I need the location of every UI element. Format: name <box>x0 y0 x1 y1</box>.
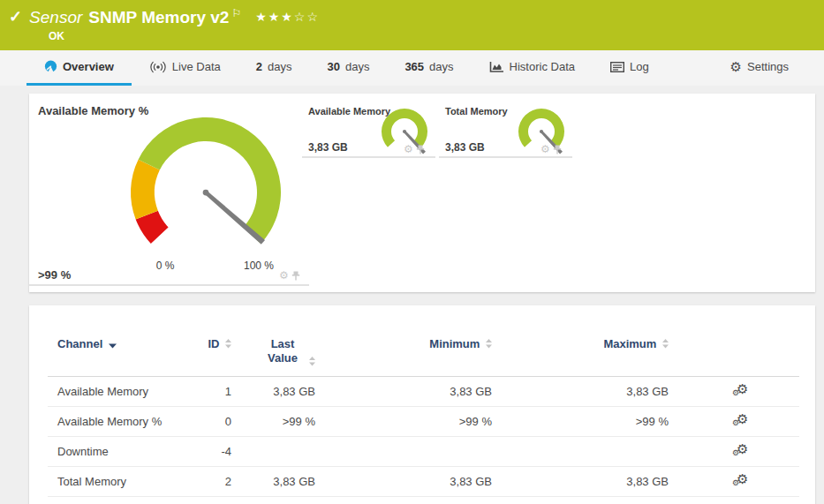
cell-last-value: >99 % <box>238 407 322 437</box>
pin-icon[interactable] <box>553 145 562 154</box>
tab-label: Log <box>630 60 649 73</box>
tab-label: days <box>429 60 453 73</box>
flag-icon[interactable]: ⚐ <box>231 7 241 19</box>
header-label: Last Value <box>261 337 304 365</box>
header-label: Maximum <box>603 337 656 350</box>
channel-settings-icon[interactable]: ⚙⚙ <box>732 382 750 398</box>
gauge-cell-divider <box>302 156 435 158</box>
cell-id: -4 <box>180 437 238 467</box>
tab-live-data[interactable]: Live Data <box>132 50 238 86</box>
tab-label: days <box>345 60 369 73</box>
table-row[interactable]: Available Memory 1 3,83 GB 3,83 GB 3,83 … <box>48 377 799 407</box>
gear-icon[interactable]: ⚙ <box>279 270 289 281</box>
cell-last-value: 3,83 GB <box>238 377 322 407</box>
sensor-header-row: ✓ Sensor SNMP Memory v2 ⚐ ★★★☆☆ <box>0 0 824 27</box>
tab-label: Settings <box>747 60 789 73</box>
tab-label: Live Data <box>172 60 221 73</box>
sort-icon <box>486 339 492 349</box>
gauge-cell-divider <box>439 156 572 158</box>
cell-minimum <box>322 437 499 467</box>
tab-365-days[interactable]: 365 days <box>387 50 471 86</box>
log-list-icon <box>610 62 624 72</box>
cell-channel[interactable]: Available Memory % <box>48 407 180 437</box>
sort-icon <box>309 357 315 366</box>
gear-icon[interactable]: ⚙ <box>541 144 550 154</box>
cell-minimum: 3,83 GB <box>322 377 499 407</box>
gauge-scale-min: 0 % <box>139 260 192 272</box>
tab-label: Historic Data <box>510 60 575 73</box>
status-check-icon: ✓ <box>9 7 22 26</box>
channel-settings-icon[interactable]: ⚙⚙ <box>732 472 750 488</box>
total-memory-gauge-value: 3,83 GB <box>445 141 485 154</box>
tab-number: 2 <box>256 60 262 73</box>
header-label: ID <box>208 337 219 350</box>
table-row[interactable]: Total Memory 2 3,83 GB 3,83 GB 3,83 GB ⚙… <box>48 467 799 497</box>
cell-maximum: 3,83 GB <box>499 377 676 407</box>
tab-historic-data[interactable]: Historic Data <box>472 50 593 86</box>
header-minimum[interactable]: Minimum <box>322 305 499 377</box>
tab-label: days <box>268 60 291 73</box>
header-label: Minimum <box>429 337 480 350</box>
table-header-row: Channel ID Last Value <box>48 305 799 377</box>
cell-last-value <box>238 437 322 467</box>
cell-channel[interactable]: Total Memory <box>48 467 180 497</box>
historic-chart-icon <box>489 61 504 73</box>
sort-icon <box>225 339 231 349</box>
cell-id: 2 <box>180 467 238 497</box>
gauges-panel: Available Memory % 0 % 100 % >99 % ⚙ Ava… <box>29 94 815 292</box>
header-label: Channel <box>57 337 102 350</box>
sort-desc-icon <box>109 343 117 349</box>
tab-bar: Overview Live Data 2 days 30 days 365 da… <box>0 50 824 86</box>
cell-channel[interactable]: Available Memory <box>48 377 180 407</box>
cell-maximum: 3,83 GB <box>499 467 676 497</box>
channel-settings-icon[interactable]: ⚙⚙ <box>732 442 750 458</box>
tab-overview[interactable]: Overview <box>26 50 132 86</box>
gauge-tools: ⚙ <box>279 270 300 281</box>
table-row[interactable]: Available Memory % 0 >99 % >99 % >99 % ⚙… <box>48 407 799 437</box>
gauge-icon <box>44 60 57 73</box>
channels-panel: Channel ID Last Value <box>29 305 815 504</box>
tab-number: 365 <box>404 60 424 73</box>
main-gauge-value: >99 % <box>38 268 71 282</box>
gauge-tools: ⚙ <box>404 144 425 154</box>
cell-id: 0 <box>180 407 238 437</box>
cell-minimum: 3,83 GB <box>322 467 499 497</box>
sort-icon <box>662 339 669 349</box>
cell-last-value: 3,83 GB <box>238 467 322 497</box>
channel-settings-icon[interactable]: ⚙⚙ <box>732 412 750 428</box>
available-memory-gauge-value: 3,83 GB <box>308 141 348 154</box>
pin-icon[interactable] <box>416 145 425 154</box>
gauge-scale-max: 100 % <box>232 260 285 272</box>
status-badge: OK <box>49 30 64 42</box>
header-actions <box>676 305 799 377</box>
available-memory-percent-gauge <box>109 111 303 245</box>
tab-number: 30 <box>327 60 339 73</box>
total-memory-gauge-title: Total Memory <box>445 106 508 117</box>
header-id[interactable]: ID <box>180 305 238 377</box>
sensor-type-label: Sensor <box>29 8 82 27</box>
sensor-header: ✓ Sensor SNMP Memory v2 ⚐ ★★★☆☆ OK <box>0 0 824 50</box>
cell-minimum: >99 % <box>322 407 499 437</box>
channel-table: Channel ID Last Value <box>48 305 799 497</box>
tab-settings[interactable]: ⚙ Settings <box>713 50 806 86</box>
tab-label: Overview <box>63 60 114 73</box>
tab-30-days[interactable]: 30 days <box>309 50 387 86</box>
sensor-title: SNMP Memory v2 <box>88 8 229 27</box>
tab-log[interactable]: Log <box>593 50 667 86</box>
header-last-value[interactable]: Last Value <box>238 305 322 377</box>
cell-id: 1 <box>180 377 238 407</box>
header-channel[interactable]: Channel <box>48 305 180 377</box>
header-maximum[interactable]: Maximum <box>499 305 676 377</box>
tab-2-days[interactable]: 2 days <box>238 50 310 86</box>
gear-icon[interactable]: ⚙ <box>404 144 413 154</box>
cell-channel[interactable]: Downtime <box>48 437 180 467</box>
table-row[interactable]: Downtime -4 ⚙⚙ <box>48 437 799 467</box>
live-data-icon <box>149 61 167 73</box>
cell-maximum: >99 % <box>499 407 676 437</box>
priority-stars[interactable]: ★★★☆☆ <box>255 10 320 24</box>
gauge-tools: ⚙ <box>541 144 562 154</box>
pin-icon[interactable] <box>291 271 300 281</box>
gauge-cell-divider <box>29 284 309 286</box>
cell-maximum <box>499 437 676 467</box>
settings-gear-icon: ⚙ <box>730 60 742 73</box>
